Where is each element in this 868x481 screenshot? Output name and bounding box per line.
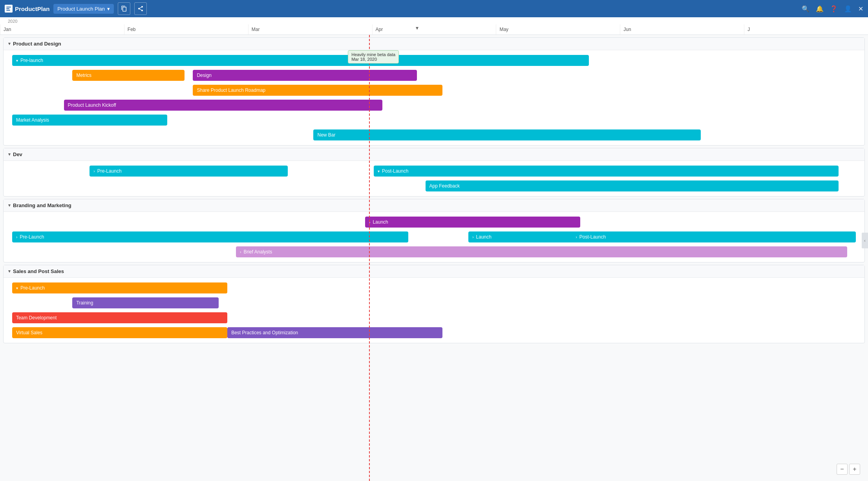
- zoom-in-button[interactable]: +: [849, 464, 860, 475]
- plan-selector[interactable]: Product Launch Plan ▾: [53, 4, 114, 14]
- section-toggle-dev: ▾: [8, 152, 11, 157]
- bar-brief-analysts[interactable]: › Brief Analysts: [236, 246, 847, 257]
- zoom-out-button[interactable]: −: [837, 464, 848, 475]
- user-icon[interactable]: 👤: [844, 5, 852, 13]
- bar-label: Team Development: [16, 315, 57, 321]
- logo-text: ProductPlan: [15, 5, 49, 12]
- section-header-sales[interactable]: ▾ Sales and Post Sales: [4, 265, 864, 278]
- gantt-rows-sales: ▾ Pre-Launch Training Team Development: [4, 278, 864, 343]
- month-may: May: [496, 24, 620, 35]
- bar-prelaunch-pd[interactable]: ▾ Pre-launch: [12, 55, 589, 66]
- tooltip-beta: Heavily mine beta data Mar 18, 2020: [348, 50, 399, 64]
- bar-label: Market Analysis: [16, 117, 49, 123]
- section-header-product-design[interactable]: ▾ Product and Design: [4, 38, 864, 50]
- row-virtual-sales: Virtual Sales Best Practices and Optimiz…: [4, 326, 864, 340]
- bar-best-practices[interactable]: Best Practices and Optimization: [227, 327, 442, 338]
- svg-rect-2: [6, 10, 10, 11]
- bar-app-feedback[interactable]: App Feedback: [426, 180, 839, 191]
- row-app-feedback: App Feedback: [4, 179, 864, 193]
- section-toggle-branding: ▾: [8, 203, 11, 208]
- bar-label: Brief Analysts: [243, 249, 272, 255]
- bar-branding-postlaunch[interactable]: › Post-Launch: [572, 231, 856, 242]
- dropdown-arrow: ▾: [107, 6, 110, 12]
- row-dev-prelaunch-postlaunch: › Pre-Launch ▾ Post-Launch: [4, 164, 864, 178]
- bar-label: Metrics: [76, 73, 91, 78]
- tooltip-text: Heavily mine beta data: [351, 52, 395, 57]
- bar-branding-prelaunch[interactable]: › Pre-Launch: [12, 231, 408, 242]
- bar-market-analysis[interactable]: Market Analysis: [12, 115, 167, 126]
- header-icons: 🔍 🔔 ❓ 👤 ✕: [802, 5, 863, 13]
- bar-label: Pre-Launch: [97, 168, 122, 174]
- help-icon[interactable]: ❓: [830, 5, 838, 13]
- month-jul: J: [744, 24, 868, 35]
- search-icon[interactable]: 🔍: [802, 5, 810, 13]
- section-sales: ▾ Sales and Post Sales ▾ Pre-Launch Trai…: [3, 265, 865, 343]
- bar-new-bar[interactable]: New Bar: [313, 129, 701, 140]
- month-jun: Jun: [620, 24, 744, 35]
- bar-share-roadmap[interactable]: Share Product Launch Roadmap: [193, 85, 442, 96]
- bar-virtual-sales[interactable]: Virtual Sales: [12, 327, 227, 338]
- sidebar-collapse-button[interactable]: ‹: [862, 233, 868, 248]
- month-apr: Apr ▾: [372, 24, 496, 35]
- section-label-branding: Branding and Marketing: [13, 202, 71, 208]
- row-branding-stages: › Pre-Launch › Launch › Post-Launch: [4, 230, 864, 244]
- bar-label: Product Launch Kickoff: [68, 102, 116, 108]
- app-header: ProductPlan Product Launch Plan ▾ 🔍 🔔 ❓ …: [0, 0, 868, 17]
- zoom-controls: − +: [837, 464, 860, 475]
- bar-label: Launch: [373, 219, 388, 225]
- section-label-product-design: Product and Design: [13, 41, 61, 47]
- bar-branding-launch[interactable]: › Launch: [365, 217, 580, 228]
- bar-team-dev[interactable]: Team Development: [12, 312, 227, 323]
- plan-name: Product Launch Plan: [57, 6, 105, 12]
- bar-dev-prelaunch[interactable]: › Pre-Launch: [90, 166, 287, 177]
- bar-label: Virtual Sales: [16, 330, 42, 335]
- months-row: Jan Feb Mar Apr ▾ May Jun J: [0, 24, 868, 35]
- gantt-rows-branding: › Launch › Pre-Launch › Launch ›: [4, 212, 864, 262]
- main-content: 2020 Jan Feb Mar Apr ▾ May Jun J ▾ Produ…: [0, 17, 868, 481]
- bar-kickoff[interactable]: Product Launch Kickoff: [64, 100, 382, 111]
- tooltip-date: Mar 18, 2020: [351, 57, 395, 62]
- gantt-rows-dev: › Pre-Launch ▾ Post-Launch App Feedback: [4, 161, 864, 196]
- month-mar: Mar: [248, 24, 372, 35]
- row-brief-analysts: › Brief Analysts: [4, 245, 864, 259]
- section-toggle-sales: ▾: [8, 269, 11, 274]
- bar-label: Post-Launch: [382, 168, 408, 174]
- section-header-branding[interactable]: ▾ Branding and Marketing: [4, 199, 864, 212]
- bar-design[interactable]: Design: [193, 70, 417, 81]
- bar-label: New Bar: [317, 132, 335, 138]
- today-line: [369, 35, 370, 481]
- row-metrics-design: Metrics Design: [4, 68, 864, 82]
- month-feb: Feb: [124, 24, 248, 35]
- bar-label: Launch: [476, 234, 492, 240]
- svg-rect-0: [6, 7, 11, 7]
- bar-training[interactable]: Training: [72, 297, 219, 308]
- logo: ProductPlan: [5, 5, 49, 13]
- year-label: 2020: [0, 19, 868, 24]
- row-sales-prelaunch: ▾ Pre-Launch: [4, 281, 864, 295]
- timeline-header: 2020 Jan Feb Mar Apr ▾ May Jun J: [0, 17, 868, 35]
- share-button[interactable]: [134, 2, 147, 15]
- row-kickoff: Product Launch Kickoff: [4, 98, 864, 112]
- section-branding: ▾ Branding and Marketing › Launch › Pre-…: [3, 199, 865, 262]
- section-header-dev[interactable]: ▾ Dev: [4, 148, 864, 161]
- notification-icon[interactable]: 🔔: [816, 5, 824, 13]
- month-jan: Jan: [0, 24, 124, 35]
- row-branding-launch: › Launch: [4, 215, 864, 229]
- bar-label: Pre-Launch: [20, 285, 45, 291]
- copy-button[interactable]: [118, 2, 130, 15]
- bar-label: Pre-Launch: [20, 234, 44, 240]
- close-icon[interactable]: ✕: [858, 5, 863, 13]
- section-dev: ▾ Dev › Pre-Launch ▾ Post-Launch: [3, 148, 865, 197]
- bar-label: Share Product Launch Roadmap: [197, 87, 265, 93]
- section-toggle-product-design: ▾: [8, 41, 11, 46]
- section-product-design: ▾ Product and Design Heavily mine beta d…: [3, 37, 865, 146]
- bar-dev-postlaunch[interactable]: ▾ Post-Launch: [374, 166, 839, 177]
- bar-sales-prelaunch[interactable]: ▾ Pre-Launch: [12, 282, 227, 293]
- bar-metrics[interactable]: Metrics: [72, 70, 184, 81]
- bar-label: App Feedback: [429, 183, 460, 189]
- bar-label: Best Practices and Optimization: [231, 330, 298, 335]
- row-share-roadmap: Share Product Launch Roadmap: [4, 83, 864, 97]
- row-market-analysis: Market Analysis: [4, 113, 864, 127]
- bar-label: Post-Launch: [579, 234, 606, 240]
- gantt-body: ▾ Product and Design Heavily mine beta d…: [0, 35, 868, 481]
